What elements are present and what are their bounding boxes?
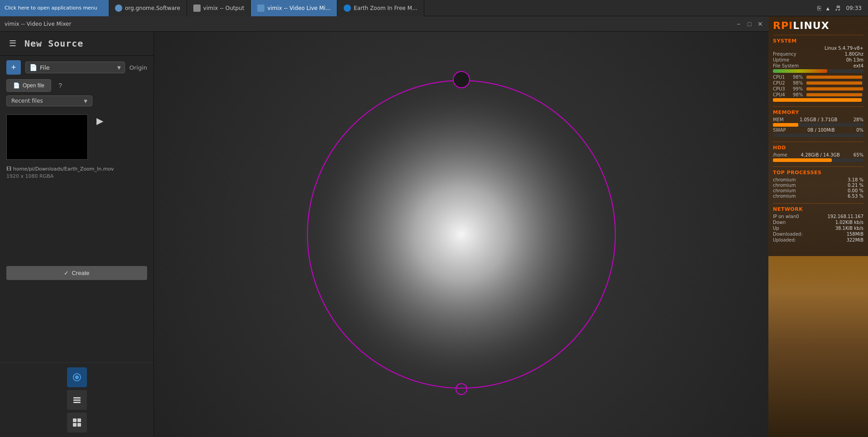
temp-bar bbox=[773, 69, 827, 73]
proc-name-1: chromium bbox=[773, 183, 796, 188]
help-button[interactable]: ? bbox=[55, 80, 66, 91]
kernel-row: Linux 5.4.79-v8+ bbox=[773, 46, 863, 51]
proc-val-2: 0.00 % bbox=[848, 188, 863, 193]
vimix-titlebar: vimix -- Video Live Mixer − □ ✕ bbox=[0, 16, 768, 32]
cpu3-val: 99% bbox=[793, 86, 803, 91]
vimix-body: ☰ New Source + 📄 File ▼ Origin � bbox=[0, 32, 768, 437]
up-row: Up 38.1KiB kb/s bbox=[773, 226, 863, 231]
proc-val-0: 3.18 % bbox=[848, 177, 863, 182]
ip-row: IP on wlan0 192.168.11.167 bbox=[773, 214, 863, 219]
ip-val: 192.168.11.167 bbox=[827, 214, 863, 219]
tab-label-gnome: org.gnome.Software bbox=[125, 5, 180, 11]
home-row: /home 4.28GiB / 14.3GB 65% bbox=[773, 152, 863, 157]
layers-button[interactable] bbox=[67, 390, 87, 410]
open-file-label: Open file bbox=[23, 82, 44, 89]
svg-rect-3 bbox=[73, 399, 81, 401]
recent-files-select[interactable]: Recent files ▼ bbox=[6, 95, 92, 106]
play-button[interactable]: ▶ bbox=[93, 114, 106, 127]
add-source-button[interactable]: + bbox=[6, 60, 21, 75]
minimize-button[interactable]: − bbox=[735, 20, 742, 28]
mem-bar-container bbox=[773, 123, 863, 127]
downloaded-row: Downloaded: 158MiB bbox=[773, 232, 863, 237]
mem-bar bbox=[773, 123, 798, 127]
ip-key: IP on wlan0 bbox=[773, 214, 799, 219]
svg-rect-6 bbox=[77, 418, 81, 422]
cpu3-label: CPU3 bbox=[773, 86, 791, 91]
rpi-content: RPILINUX SYSTEM Linux 5.4.79-v8+ Frequen… bbox=[768, 16, 868, 251]
proc-name-3: chromium bbox=[773, 194, 796, 199]
rpi-landscape bbox=[768, 256, 868, 437]
source-type-select[interactable]: 📄 File ▼ bbox=[25, 62, 125, 73]
svg-rect-4 bbox=[73, 402, 81, 403]
swap-bar-container bbox=[773, 133, 863, 137]
tab-earth-zoom[interactable]: Earth Zoom In Free M... bbox=[337, 0, 424, 16]
file-path: 🎞 home/pi/Downloads/Earth_Zoom_In.mov bbox=[6, 166, 147, 172]
proc-title: TOP PROCESSES bbox=[773, 170, 863, 176]
proc-row-2: chromium 0.00 % bbox=[773, 188, 863, 193]
maximize-button[interactable]: □ bbox=[746, 20, 753, 28]
proc-row-1: chromium 0.21 % bbox=[773, 183, 863, 188]
left-panel: ☰ New Source + 📄 File ▼ Origin � bbox=[0, 32, 154, 437]
gallery-button[interactable] bbox=[67, 413, 87, 432]
downloaded-key: Downloaded: bbox=[773, 232, 803, 237]
uploaded-val: 322MiB bbox=[847, 238, 863, 242]
film-icon: 🎞 bbox=[6, 166, 11, 172]
cpu4-val: 98% bbox=[793, 92, 803, 97]
hamburger-button[interactable]: ☰ bbox=[6, 37, 19, 50]
svg-rect-8 bbox=[77, 423, 81, 427]
cpu1-label: CPU1 bbox=[773, 75, 791, 80]
tab-vimix-output[interactable]: vimix -- Output bbox=[187, 0, 251, 16]
recent-files-dropdown-icon: ▼ bbox=[84, 99, 87, 104]
hdd-bar bbox=[773, 158, 832, 162]
freq-val: 1.80Ghz bbox=[844, 52, 863, 57]
mem-key: MEM bbox=[773, 117, 784, 122]
taskbar: Click here to open applications menu org… bbox=[0, 0, 868, 16]
tab-favicon-vimix-mixer bbox=[257, 5, 264, 12]
mem-row: MEM 1.05GB / 3.71GB 28% bbox=[773, 117, 863, 122]
svg-point-11 bbox=[453, 71, 470, 88]
memory-title: MEMORY bbox=[773, 109, 863, 115]
up-key: Up bbox=[773, 226, 779, 231]
canvas-area bbox=[154, 32, 768, 437]
freq-row: Frequency 1.80Ghz bbox=[773, 52, 863, 57]
source-type-row: + 📄 File ▼ Origin bbox=[0, 56, 153, 79]
create-button[interactable]: ✓ Create bbox=[6, 266, 147, 280]
file-icon: 📄 bbox=[29, 64, 37, 71]
volume-icon[interactable]: ♬ bbox=[835, 5, 841, 12]
tab-gnome-software[interactable]: org.gnome.Software bbox=[109, 0, 187, 16]
home-val: 4.28GiB / 14.3GB bbox=[801, 152, 840, 157]
open-file-button[interactable]: 📄 Open file bbox=[6, 79, 51, 92]
create-label: Create bbox=[72, 270, 89, 276]
hdd-title: HDD bbox=[773, 145, 863, 151]
cpu2-bar-wrap bbox=[806, 81, 863, 85]
home-key: /home bbox=[773, 152, 787, 157]
cpu1-bar bbox=[806, 76, 862, 79]
rpi-title-linux: LINUX bbox=[793, 20, 829, 31]
mem-pct: 28% bbox=[854, 117, 863, 122]
tab-vimix-mixer[interactable]: vimix -- Video Live Mi... bbox=[251, 0, 337, 16]
close-button[interactable]: ✕ bbox=[757, 20, 764, 28]
rpi-title: RPILINUX bbox=[773, 20, 863, 31]
cpu3-row: CPU3 99% bbox=[773, 86, 863, 91]
panel-header: ☰ New Source bbox=[0, 32, 153, 56]
app-menu-label: Click here to open applications menu bbox=[5, 5, 97, 11]
file-info: 🎞 home/pi/Downloads/Earth_Zoom_In.mov 19… bbox=[0, 164, 153, 184]
cpu3-bar bbox=[806, 87, 863, 90]
proc-name-0: chromium bbox=[773, 177, 796, 182]
recent-files-label: Recent files bbox=[11, 98, 43, 104]
tab-label-vimix-mixer: vimix -- Video Live Mi... bbox=[267, 5, 331, 11]
app-menu-button[interactable]: Click here to open applications menu bbox=[0, 0, 109, 16]
wifi-icon[interactable]: ▴ bbox=[826, 5, 830, 12]
tab-favicon-gnome bbox=[115, 5, 122, 12]
bluetooth-icon[interactable]: ⎘ bbox=[817, 5, 821, 12]
record-button[interactable] bbox=[67, 367, 87, 387]
proc-row-3: chromium 6.53 % bbox=[773, 194, 863, 199]
cpu3-bar-wrap bbox=[806, 87, 863, 90]
swap-val: 0B / 100MiB bbox=[807, 128, 834, 133]
cpu4-label: CPU4 bbox=[773, 92, 791, 97]
temp-bar-container bbox=[773, 69, 863, 73]
tab-label-earth: Earth Zoom In Free M... bbox=[354, 5, 417, 11]
cpu1-row: CPU1 98% bbox=[773, 75, 863, 80]
down-val: 1.02KiB kb/s bbox=[835, 220, 863, 225]
create-row: ✓ Create bbox=[0, 262, 153, 284]
